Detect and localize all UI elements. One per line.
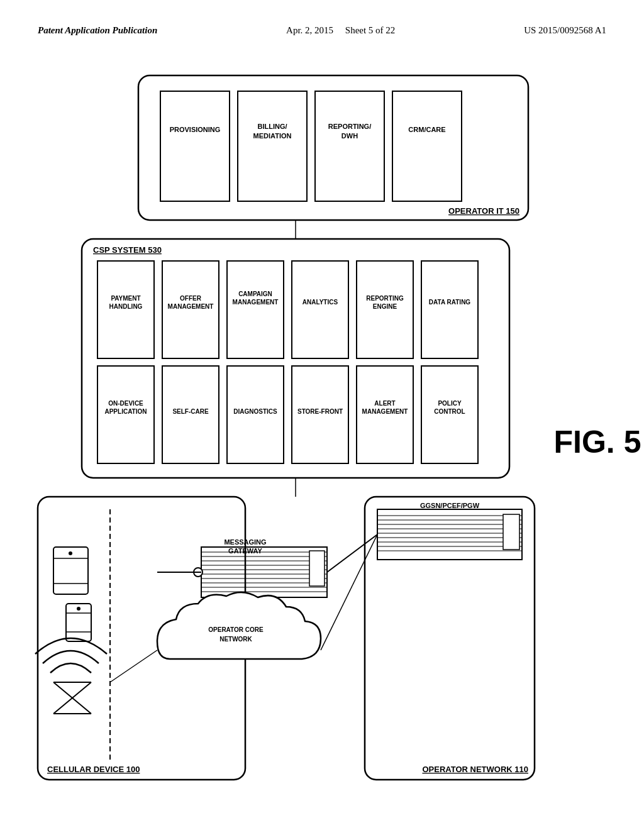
- svg-text:DATA RATING: DATA RATING: [429, 299, 471, 306]
- svg-rect-85: [309, 551, 325, 586]
- svg-rect-35: [227, 366, 284, 463]
- svg-text:MESSAGING: MESSAGING: [224, 538, 266, 546]
- svg-line-93: [321, 534, 377, 650]
- svg-line-71: [53, 682, 91, 714]
- svg-text:CONTROL: CONTROL: [434, 408, 465, 415]
- svg-line-92: [327, 534, 377, 572]
- svg-rect-20: [227, 261, 284, 358]
- svg-text:ALERT: ALERT: [374, 400, 395, 407]
- svg-rect-57: [503, 514, 519, 550]
- svg-text:DWH: DWH: [341, 132, 358, 140]
- svg-point-88: [194, 568, 203, 577]
- svg-text:CSP SYSTEM 530: CSP SYSTEM 530: [93, 245, 162, 255]
- svg-rect-33: [162, 366, 219, 463]
- svg-text:MANAGEMENT: MANAGEMENT: [362, 408, 408, 415]
- header-date: Apr. 2, 2015 Sheet 5 of 22: [286, 25, 395, 36]
- svg-text:APPLICATION: APPLICATION: [104, 408, 147, 415]
- svg-text:OPERATOR NETWORK 110: OPERATOR NETWORK 110: [422, 765, 528, 774]
- svg-text:CRM/CARE: CRM/CARE: [408, 126, 445, 133]
- svg-rect-62: [66, 604, 91, 641]
- svg-rect-6: [315, 91, 384, 201]
- svg-rect-59: [38, 497, 245, 780]
- svg-rect-9: [392, 91, 462, 201]
- svg-rect-14: [97, 261, 154, 358]
- svg-rect-45: [365, 497, 535, 780]
- svg-line-94: [110, 650, 157, 682]
- svg-text:ANALYTICS: ANALYTICS: [303, 299, 338, 306]
- svg-point-65: [77, 607, 80, 611]
- svg-rect-42: [421, 366, 478, 463]
- svg-text:POLICY: POLICY: [438, 400, 462, 407]
- svg-text:STORE-FRONT: STORE-FRONT: [297, 408, 343, 415]
- header-patent-number: US 2015/0092568 A1: [524, 25, 606, 36]
- svg-text:BILLING/: BILLING/: [257, 123, 287, 130]
- svg-rect-28: [421, 261, 478, 358]
- page: Patent Application Publication Apr. 2, 2…: [0, 0, 644, 830]
- svg-text:CAMPAIGN: CAMPAIGN: [238, 290, 272, 297]
- svg-text:GGSN/PCEF/PGW: GGSN/PCEF/PGW: [420, 502, 480, 509]
- header-publication: Patent Application Publication: [38, 25, 157, 36]
- svg-text:HANDLING: HANDLING: [109, 303, 143, 310]
- svg-text:DIAGNOSTICS: DIAGNOSTICS: [233, 408, 277, 415]
- svg-rect-74: [201, 547, 327, 597]
- svg-text:OPERATOR IT 150: OPERATOR IT 150: [448, 206, 519, 216]
- svg-text:FIG. 5: FIG. 5: [554, 424, 641, 460]
- page-header: Patent Application Publication Apr. 2, 2…: [0, 25, 644, 36]
- svg-text:REPORTING/: REPORTING/: [328, 123, 371, 130]
- svg-text:GATEWAY: GATEWAY: [228, 547, 262, 555]
- svg-rect-37: [292, 366, 348, 463]
- svg-text:ENGINE: ENGINE: [373, 303, 397, 310]
- svg-rect-66: [53, 547, 88, 594]
- svg-line-70: [53, 682, 91, 714]
- svg-text:MANAGEMENT: MANAGEMENT: [233, 299, 279, 306]
- svg-text:OFFER: OFFER: [180, 295, 202, 302]
- svg-text:SELF-CARE: SELF-CARE: [172, 408, 209, 415]
- svg-text:MANAGEMENT: MANAGEMENT: [168, 303, 214, 310]
- svg-text:MEDIATION: MEDIATION: [253, 132, 292, 140]
- svg-rect-23: [292, 261, 348, 358]
- svg-text:PAYMENT: PAYMENT: [111, 295, 140, 302]
- main-diagram: PROVISIONING BILLING/ MEDIATION REPORTIN…: [0, 0, 644, 830]
- svg-rect-0: [138, 75, 528, 220]
- svg-rect-1: [160, 91, 230, 201]
- svg-text:ON-DEVICE: ON-DEVICE: [108, 400, 143, 407]
- svg-text:OPERATOR CORE: OPERATOR CORE: [208, 626, 264, 633]
- svg-rect-25: [357, 261, 413, 358]
- svg-rect-17: [162, 261, 219, 358]
- svg-rect-30: [97, 366, 154, 463]
- svg-text:REPORTING: REPORTING: [366, 295, 404, 302]
- svg-rect-47: [377, 509, 522, 560]
- svg-text:NETWORK: NETWORK: [219, 636, 252, 643]
- svg-point-69: [69, 551, 72, 555]
- svg-text:CELLULAR DEVICE 100: CELLULAR DEVICE 100: [47, 765, 140, 774]
- svg-rect-39: [357, 366, 413, 463]
- svg-rect-12: [82, 239, 509, 478]
- svg-text:PROVISIONING: PROVISIONING: [170, 126, 221, 133]
- svg-rect-3: [238, 91, 307, 201]
